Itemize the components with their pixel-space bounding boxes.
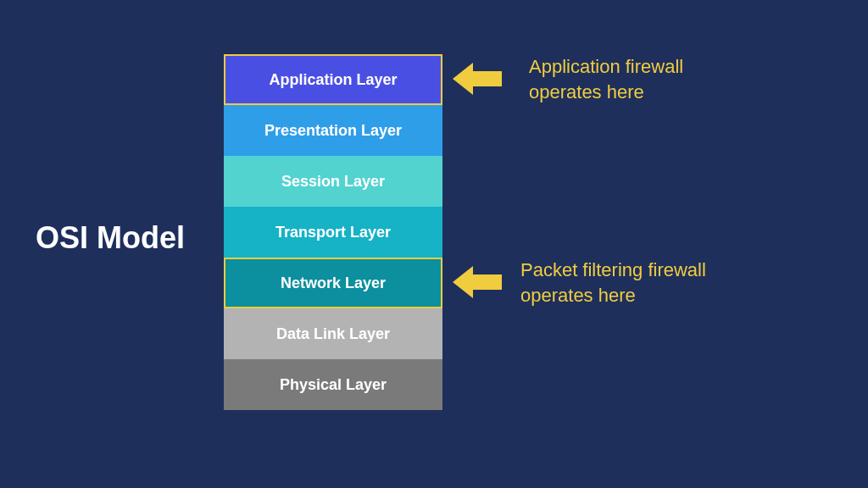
annotation-network: Packet filtering firewall operates here (520, 258, 783, 308)
layer-data-link: Data Link Layer (224, 308, 442, 359)
osi-layer-stack: Application Layer Presentation Layer Ses… (224, 54, 442, 410)
annotation-network-line2: operates here (520, 285, 636, 306)
diagram-title: OSI Model (36, 220, 185, 256)
layer-session: Session Layer (224, 156, 442, 207)
layer-physical: Physical Layer (224, 359, 442, 410)
annotation-application-line2: operates here (529, 81, 644, 103)
annotation-network-line1: Packet filtering firewall (520, 259, 706, 280)
layer-presentation: Presentation Layer (224, 105, 442, 156)
annotation-application: Application firewall operates here (529, 54, 792, 104)
annotation-application-line1: Application firewall (529, 56, 683, 77)
layer-network: Network Layer (224, 258, 442, 308)
arrow-left-icon (453, 263, 502, 302)
layer-application: Application Layer (224, 54, 442, 105)
layer-transport: Transport Layer (224, 207, 442, 258)
arrow-left-icon (453, 59, 502, 98)
